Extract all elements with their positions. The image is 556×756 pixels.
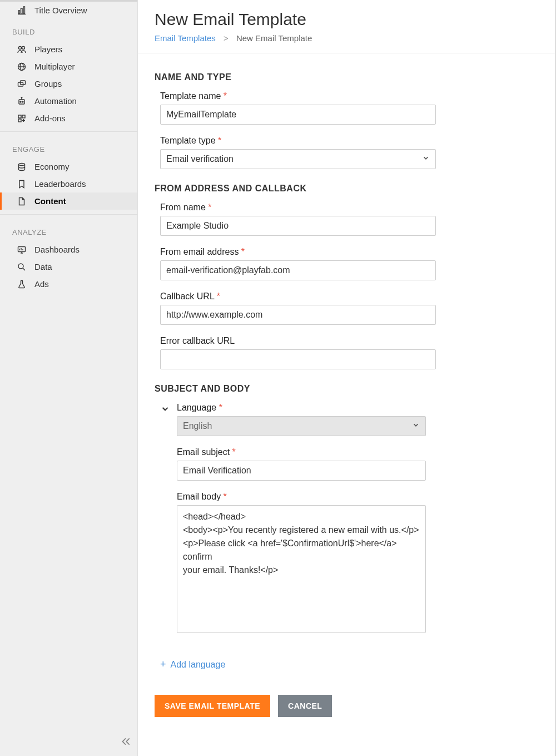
sidebar-item-content[interactable]: Content	[0, 192, 137, 210]
breadcrumb: Email Templates > New Email Template	[155, 33, 538, 43]
sidebar-item-label: Automation	[34, 96, 77, 106]
email-subject-input[interactable]	[177, 461, 426, 481]
sidebar-item-label: Dashboards	[34, 245, 80, 254]
sidebar-item-label: Data	[34, 262, 52, 271]
email-body-label: Email body *	[177, 492, 538, 502]
error-callback-url-input[interactable]	[160, 349, 436, 369]
callback-url-input[interactable]	[160, 305, 436, 325]
sidebar-item-label: Groups	[34, 79, 62, 88]
from-email-label: From email address *	[160, 247, 538, 257]
template-name-input[interactable]	[160, 105, 436, 125]
sidebar-item-label: Economy	[34, 162, 70, 171]
sidebar-item-automation[interactable]: Automation	[0, 92, 137, 110]
cancel-button[interactable]: CANCEL	[278, 695, 332, 717]
chevron-down-icon	[422, 154, 430, 164]
from-name-label: From name *	[160, 202, 538, 213]
dashboard-icon	[17, 245, 27, 254]
sidebar-item-groups[interactable]: Groups	[0, 75, 137, 92]
svg-rect-16	[18, 115, 21, 118]
sidebar-item-players[interactable]: Players	[0, 41, 137, 58]
chevron-down-icon	[412, 421, 420, 431]
sidebar-item-addons[interactable]: Add-ons	[0, 110, 137, 127]
language-select[interactable]: English	[177, 416, 426, 436]
svg-rect-17	[22, 115, 25, 118]
section-from-address: FROM ADDRESS AND CALLBACK	[155, 184, 538, 194]
globe-icon	[17, 62, 27, 71]
main-content: New Email Template Email Templates > New…	[138, 0, 555, 756]
collapse-sidebar-icon[interactable]	[121, 737, 131, 749]
svg-rect-0	[18, 11, 20, 14]
breadcrumb-separator: >	[224, 33, 229, 43]
svg-line-29	[23, 268, 25, 270]
template-type-label: Template type *	[160, 136, 538, 146]
sidebar-item-label: Leaderboards	[34, 179, 86, 189]
breadcrumb-current: New Email Template	[236, 33, 312, 43]
breadcrumb-link[interactable]: Email Templates	[155, 33, 216, 43]
sidebar-item-label: Players	[34, 45, 62, 54]
robot-icon	[17, 97, 27, 106]
database-icon	[17, 162, 27, 171]
email-body-textarea[interactable]	[177, 505, 426, 633]
sidebar-item-leaderboards[interactable]: Leaderboards	[0, 175, 137, 192]
language-value: English	[183, 421, 212, 431]
sidebar-item-ads[interactable]: Ads	[0, 275, 137, 293]
addons-icon	[17, 114, 27, 123]
sidebar-item-economy[interactable]: Economy	[0, 158, 137, 175]
players-icon	[17, 45, 27, 54]
section-name-and-type: NAME AND TYPE	[155, 72, 538, 82]
search-icon	[17, 263, 27, 271]
svg-point-4	[19, 46, 22, 49]
sidebar: Title Overview BUILD Players Multiplayer…	[0, 0, 138, 756]
callback-url-label: Callback URL *	[160, 291, 538, 302]
template-type-value: Email verification	[166, 154, 234, 164]
save-button[interactable]: SAVE EMAIL TEMPLATE	[155, 695, 270, 717]
sidebar-item-title-overview[interactable]: Title Overview	[0, 2, 137, 19]
sidebar-item-label: Multiplayer	[34, 62, 75, 71]
flask-icon	[17, 280, 27, 289]
sidebar-item-data[interactable]: Data	[0, 258, 137, 275]
chevron-down-icon[interactable]	[160, 403, 170, 416]
language-label: Language *	[177, 403, 538, 413]
plus-icon: +	[160, 659, 166, 670]
template-name-label: Template name *	[160, 91, 538, 101]
svg-point-12	[20, 101, 21, 102]
sidebar-item-label: Add-ons	[34, 113, 66, 123]
add-language-button[interactable]: + Add language	[160, 659, 225, 670]
template-type-select[interactable]: Email verification	[160, 149, 436, 169]
svg-rect-18	[18, 119, 21, 122]
svg-point-15	[21, 97, 22, 98]
groups-icon	[17, 80, 27, 88]
email-subject-label: Email subject *	[177, 447, 538, 457]
page-title: New Email Template	[155, 10, 538, 29]
from-name-input[interactable]	[160, 216, 436, 236]
error-callback-url-label: Error callback URL	[160, 336, 538, 346]
svg-point-21	[19, 163, 25, 165]
sidebar-section-engage: ENGAGE	[0, 136, 137, 158]
chart-bar-icon	[17, 6, 27, 15]
svg-point-28	[18, 264, 23, 269]
add-language-label: Add language	[171, 660, 226, 670]
sidebar-section-analyze: ANALYZE	[0, 219, 137, 241]
svg-rect-2	[23, 7, 25, 14]
svg-point-13	[22, 101, 23, 102]
from-email-input[interactable]	[160, 260, 436, 280]
sidebar-item-label: Content	[34, 196, 66, 206]
section-subject-body: SUBJECT AND BODY	[155, 384, 538, 394]
document-icon	[17, 197, 27, 206]
sidebar-item-label: Title Overview	[34, 6, 87, 15]
bookmark-icon	[17, 180, 27, 189]
sidebar-item-multiplayer[interactable]: Multiplayer	[0, 58, 137, 75]
sidebar-item-dashboards[interactable]: Dashboards	[0, 241, 137, 258]
sidebar-item-label: Ads	[34, 279, 49, 289]
svg-point-5	[22, 46, 25, 49]
svg-rect-1	[21, 8, 23, 14]
sidebar-section-build: BUILD	[0, 19, 137, 41]
